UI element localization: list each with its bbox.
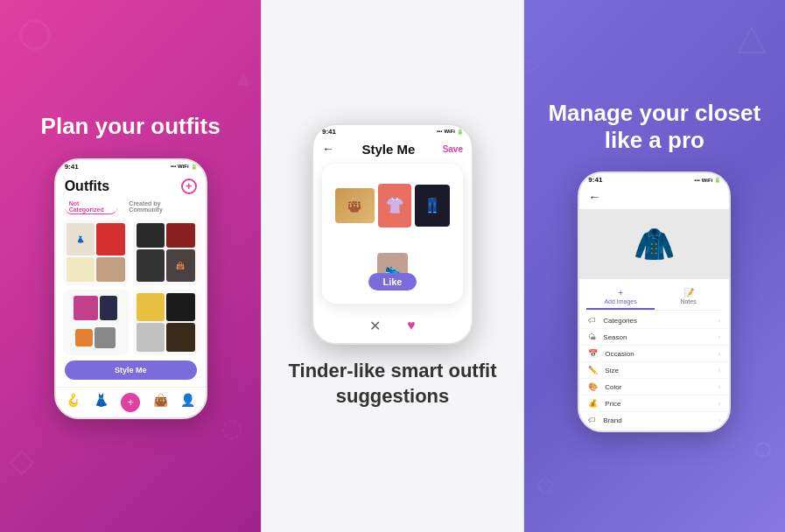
- svg-point-4: [756, 443, 770, 457]
- svg-marker-1: [236, 72, 250, 86]
- right-heading: Manage your closet like a pro: [542, 100, 767, 154]
- deco-shape-3: [235, 70, 252, 91]
- deco-shape-4: [221, 419, 243, 444]
- like-button[interactable]: ♥: [407, 318, 416, 334]
- arrow-icon: ›: [718, 317, 721, 325]
- outfit-card-1[interactable]: 👗: [63, 220, 129, 285]
- middle-panel: 9:41 ▪▪▪ WiFi 🔋 ← Style Me Save 👜 👚 👖 👟: [261, 0, 523, 532]
- size-icon: ✏️: [588, 366, 598, 374]
- deco-shape-right-2: [754, 441, 772, 462]
- arrow-icon-2: ›: [718, 333, 721, 341]
- outfit-grid: 👗 👜: [56, 220, 206, 360]
- outfit-card-2[interactable]: 👜: [133, 220, 199, 285]
- svg-point-2: [223, 421, 241, 438]
- left-phone: 9:41 ▪▪▪ WiFi 🔋 Outfits + Not Categorize…: [54, 158, 207, 419]
- status-icons: ▪▪▪ WiFi 🔋: [171, 164, 197, 170]
- outfit-swipe-card[interactable]: 👜 👚 👖 👟 Like: [322, 164, 463, 304]
- closet-header: ←: [579, 186, 729, 209]
- list-item-occasion[interactable]: 📅 Occasion ›: [579, 346, 729, 362]
- list-item-color[interactable]: 🎨 Color ›: [579, 379, 729, 396]
- right-status-icons: ▪▪▪ WiFi 🔋: [694, 177, 720, 183]
- svg-rect-5: [537, 478, 553, 494]
- arrow-icon-6: ›: [718, 400, 721, 408]
- season-icon: 🌤: [588, 332, 596, 341]
- tab-add-images[interactable]: + Add Images: [586, 284, 655, 310]
- nav-add-icon[interactable]: +: [121, 393, 140, 412]
- right-status-bar: 9:41 ▪▪▪ WiFi 🔋: [579, 173, 729, 186]
- deco-shape-right-3: [537, 478, 553, 497]
- color-icon: 🎨: [588, 382, 598, 391]
- deco-shape-2: [9, 450, 35, 480]
- list-item-price[interactable]: 💰 Price ›: [579, 396, 729, 412]
- left-phone-content: Outfits + Not Categorized Created by Com…: [56, 173, 206, 417]
- like-badge: Like: [368, 273, 416, 290]
- tab-not-categorized[interactable]: Not Categorized: [65, 200, 118, 214]
- price-icon: 💰: [588, 399, 598, 408]
- closet-jacket-image: 🧥: [579, 209, 729, 279]
- left-heading: Plan your outfits: [41, 113, 221, 140]
- tab-community[interactable]: Created by Community: [124, 200, 196, 214]
- outfit-card-3[interactable]: [63, 290, 129, 355]
- svg-point-0: [21, 21, 49, 49]
- swipe-actions: ✕ ♥: [313, 312, 472, 343]
- middle-phone: 9:41 ▪▪▪ WiFi 🔋 ← Style Me Save 👜 👚 👖 👟: [312, 123, 473, 345]
- back-arrow-icon[interactable]: ←: [322, 142, 334, 156]
- nav-person-icon[interactable]: 👤: [180, 393, 195, 412]
- right-panel: ▷ Manage your closet like a pro 9:41 ▪▪▪…: [524, 0, 785, 532]
- nav-dress-icon[interactable]: 👗: [94, 393, 109, 412]
- categories-icon: 🏷: [588, 316, 596, 325]
- occasion-icon: 📅: [588, 349, 598, 358]
- outfits-header: Outfits +: [56, 173, 206, 198]
- middle-subheading: Tinder-like smart outfit suggestions: [279, 359, 505, 409]
- middle-status-bar: 9:41 ▪▪▪ WiFi 🔋: [313, 125, 472, 138]
- svg-marker-3: [739, 28, 765, 52]
- save-button[interactable]: Save: [443, 144, 463, 154]
- deco-shape-right-1: [737, 26, 767, 60]
- tab-notes[interactable]: 📝 Notes: [655, 284, 723, 310]
- arrow-icon-7: ›: [718, 416, 721, 424]
- deco-shape-1: [18, 18, 53, 52]
- arrow-icon-4: ›: [718, 367, 721, 374]
- list-item-categories[interactable]: 🏷 Categories ›: [579, 312, 729, 329]
- outfit-card-4[interactable]: [133, 290, 199, 355]
- closet-items-list: 🏷 Categories › 🌤 Season › 📅 Occasion › ✏…: [579, 311, 729, 430]
- bottom-nav: 🪝 👗 + 👜 👤: [56, 387, 206, 417]
- nav-bag-icon[interactable]: 👜: [153, 393, 168, 412]
- middle-status-icons: ▪▪▪ WiFi 🔋: [437, 129, 463, 135]
- list-item-size[interactable]: ✏️ Size ›: [579, 362, 729, 379]
- arrow-icon-3: ›: [718, 350, 721, 358]
- arrow-icon-5: ›: [718, 383, 721, 391]
- closet-back-icon[interactable]: ←: [588, 190, 600, 204]
- left-status-bar: 9:41 ▪▪▪ WiFi 🔋: [56, 160, 206, 173]
- brand-icon: 🏷: [588, 416, 596, 424]
- tabs-row: Not Categorized Created by Community: [56, 198, 206, 220]
- list-item-brand[interactable]: 🏷 Brand ›: [579, 412, 729, 429]
- svg-text:▷: ▷: [529, 56, 541, 74]
- deco-shape-right-4: ▷: [529, 52, 550, 78]
- closet-tabs: + Add Images 📝 Notes: [586, 284, 722, 311]
- list-item-season[interactable]: 🌤 Season ›: [579, 329, 729, 346]
- add-outfit-button[interactable]: +: [181, 178, 197, 194]
- right-phone: 9:41 ▪▪▪ WiFi 🔋 ← 🧥 + Add Images 📝 Notes: [578, 172, 731, 432]
- left-panel: Plan your outfits 9:41 ▪▪▪ WiFi 🔋 Outfit…: [0, 0, 261, 532]
- nav-hanger-icon[interactable]: 🪝: [66, 393, 81, 412]
- dislike-button[interactable]: ✕: [369, 318, 381, 334]
- style-me-header: ← Style Me Save: [313, 138, 472, 164]
- style-me-button[interactable]: Style Me: [65, 360, 197, 380]
